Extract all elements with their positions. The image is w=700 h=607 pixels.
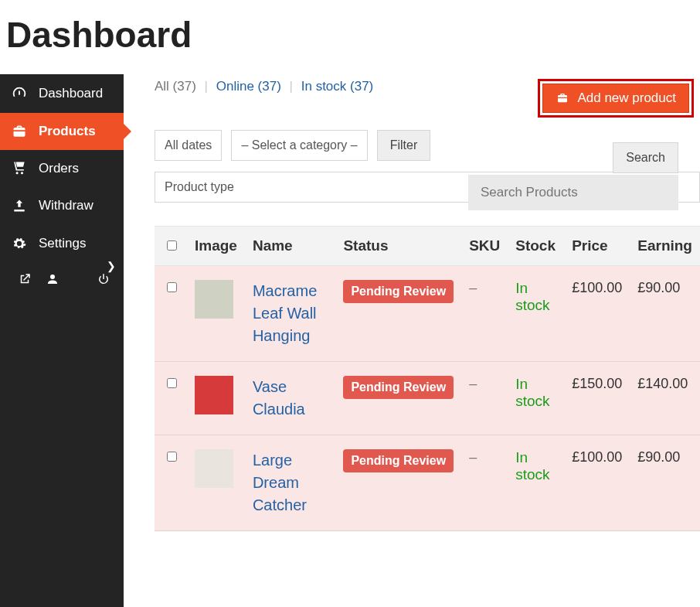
gear-icon bbox=[11, 235, 28, 252]
tab-instock[interactable]: In stock (37) bbox=[301, 79, 374, 94]
row-checkbox[interactable] bbox=[167, 452, 177, 462]
product-thumbnail[interactable] bbox=[195, 376, 233, 414]
sidebar-item-dashboard[interactable]: Dashboard bbox=[0, 74, 124, 113]
table-row: Large Dream CatcherPending Review–In sto… bbox=[155, 435, 700, 531]
user-icon[interactable] bbox=[39, 268, 66, 291]
add-new-product-button[interactable]: Add new product bbox=[542, 84, 689, 113]
products-table: Image Name Status SKU Stock Price Earnin… bbox=[155, 226, 700, 531]
tab-online[interactable]: Online (37) bbox=[216, 79, 281, 94]
all-dates-select[interactable]: All dates bbox=[155, 130, 222, 161]
briefcase-icon bbox=[556, 92, 569, 104]
sidebar-item-settings[interactable]: Settings bbox=[0, 224, 124, 263]
price-value: £150.00 bbox=[564, 362, 630, 435]
stock-value: In stock bbox=[515, 376, 549, 409]
category-select[interactable]: – Select a category – bbox=[231, 130, 367, 161]
main-content: All (37) | Online (37) | In stock (37) A… bbox=[124, 74, 700, 607]
chevron-right-icon[interactable]: ❯ bbox=[107, 260, 116, 272]
earning-value: £90.00 bbox=[630, 435, 700, 531]
product-name-link[interactable]: Large Dream Catcher bbox=[253, 452, 307, 513]
sidebar: Dashboard Products Orders Withdraw Setti… bbox=[0, 74, 124, 607]
sidebar-item-label: Products bbox=[39, 124, 96, 139]
earning-value: £140.00 bbox=[630, 362, 700, 435]
sidebar-item-orders[interactable]: Orders bbox=[0, 150, 124, 187]
col-sku: SKU bbox=[461, 227, 508, 266]
product-thumbnail[interactable] bbox=[195, 449, 233, 488]
sidebar-item-products[interactable]: Products bbox=[0, 113, 124, 150]
sidebar-item-label: Withdraw bbox=[39, 198, 93, 213]
gauge-icon bbox=[11, 85, 28, 102]
sidebar-item-label: Dashboard bbox=[39, 86, 103, 101]
col-price: Price bbox=[564, 227, 630, 266]
col-name: Name bbox=[245, 227, 336, 266]
briefcase-icon bbox=[11, 124, 28, 139]
add-new-product-label: Add new product bbox=[577, 90, 676, 106]
price-value: £100.00 bbox=[564, 266, 630, 362]
upload-icon bbox=[11, 198, 28, 213]
sku-value: – bbox=[461, 266, 508, 362]
product-thumbnail[interactable] bbox=[195, 280, 233, 319]
status-badge: Pending Review bbox=[343, 280, 454, 303]
status-badge: Pending Review bbox=[343, 376, 454, 399]
col-stock: Stock bbox=[508, 227, 564, 266]
filter-button[interactable]: Filter bbox=[377, 130, 431, 161]
col-status: Status bbox=[335, 227, 461, 266]
sku-value: – bbox=[461, 435, 508, 531]
row-checkbox[interactable] bbox=[167, 282, 177, 292]
status-badge: Pending Review bbox=[343, 449, 454, 472]
stock-value: In stock bbox=[515, 449, 549, 483]
earning-value: £90.00 bbox=[630, 266, 700, 362]
tab-all[interactable]: All (37) bbox=[155, 79, 196, 94]
page-title: Dashboard bbox=[6, 14, 700, 56]
stock-value: In stock bbox=[515, 280, 549, 313]
col-image: Image bbox=[187, 227, 245, 266]
sidebar-item-label: Settings bbox=[39, 236, 86, 251]
sku-value: – bbox=[461, 362, 508, 435]
table-row: Macrame Leaf Wall HangingPending Review–… bbox=[155, 266, 700, 362]
sidebar-item-label: Orders bbox=[39, 161, 79, 176]
select-all-checkbox[interactable] bbox=[167, 240, 177, 251]
product-name-link[interactable]: Macrame Leaf Wall Hanging bbox=[253, 282, 317, 344]
search-button[interactable]: Search bbox=[613, 142, 678, 173]
table-row: Vase ClaudiaPending Review–In stock£150.… bbox=[155, 362, 700, 435]
search-products-input[interactable] bbox=[468, 175, 678, 210]
external-link-icon[interactable] bbox=[11, 268, 39, 291]
col-earning: Earning bbox=[630, 227, 700, 266]
sidebar-item-withdraw[interactable]: Withdraw bbox=[0, 187, 124, 224]
cart-icon bbox=[11, 161, 28, 176]
price-value: £100.00 bbox=[564, 435, 630, 531]
row-checkbox[interactable] bbox=[167, 378, 177, 388]
add-product-highlight: Add new product bbox=[538, 79, 694, 118]
sidebar-bottom-bar: ❯ bbox=[0, 263, 124, 298]
product-name-link[interactable]: Vase Claudia bbox=[253, 378, 305, 418]
